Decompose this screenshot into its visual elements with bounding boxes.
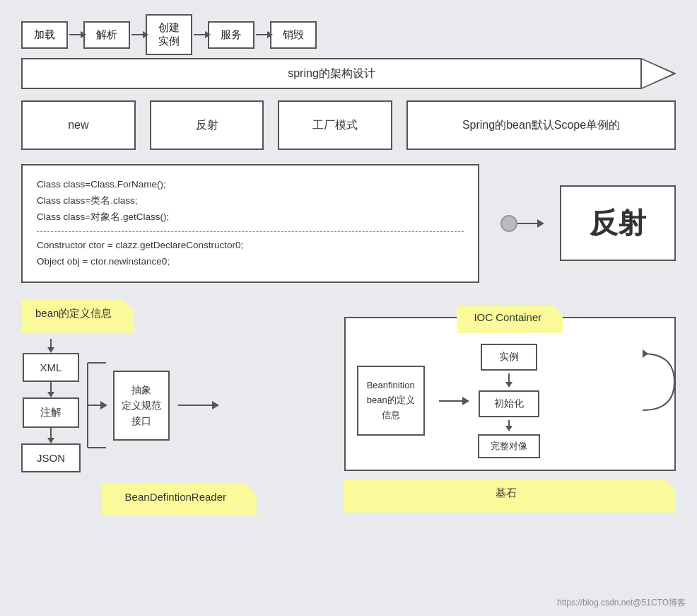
code-box: Class class=Class.ForName(); Class class… [21, 164, 479, 283]
ioc-right-col: 实例 初始化 完 [478, 344, 540, 458]
init-box: 初始化 [479, 390, 539, 417]
v-arrow-inst [505, 382, 512, 388]
code-line2: Class class=类名.class; [37, 193, 464, 209]
ioc-title: IOC Container [474, 311, 541, 323]
abstract-to-ioc-arrow [178, 405, 213, 406]
beanfinition-box: Beanfinition bean的定义 信息 [357, 366, 425, 435]
ioc-container: IOC Container Beanfinition bean的定义 信息 [344, 317, 676, 471]
right-diagram: IOC Container Beanfinition bean的定义 信息 [344, 300, 676, 513]
spring-scope-label: Spring的bean默认Scope单例的 [462, 118, 620, 133]
instance-label: 实例 [499, 351, 519, 362]
v-conn-1 [505, 373, 512, 388]
reader-label: BeanDefintionReader [125, 491, 226, 503]
fangshe-box: 反射 [560, 185, 676, 261]
xml-col: XML 注解 JSON [21, 339, 81, 472]
code-line4: Constructor ctor = clazz.getDeclareConst… [37, 238, 464, 254]
connector-arrow-line [517, 223, 539, 224]
ioc-inner: Beanfinition bean的定义 信息 实例 [357, 344, 663, 458]
step-destroy: 销毁 [270, 21, 317, 49]
json-box: JSON [21, 443, 81, 472]
v-arrow-init [505, 426, 512, 431]
svg-marker-7 [643, 349, 648, 358]
fangshe-label: 反射 [590, 207, 646, 238]
new-box: new [21, 100, 136, 150]
step-create: 创建实例 [146, 14, 192, 55]
arrow-1 [69, 34, 82, 35]
xml-label: XML [40, 361, 62, 373]
beanfinition-line2: bean的定义 [367, 395, 415, 405]
arrow-4 [256, 34, 269, 35]
pipeline-boxes: 加载 解析 创建实例 服务 销毁 [21, 14, 676, 55]
bracket-svg [86, 349, 107, 462]
code-line5: Object obj = ctor.newinstance0; [37, 254, 464, 270]
jichu-note: 基石 [344, 480, 676, 513]
h-arrow-beanf [439, 400, 464, 402]
beanfinition-to-right-arrow [439, 400, 464, 402]
beanfinition-reader-note: BeanDefintionReader [101, 484, 257, 516]
watermark-text: https://blog.csdn.net@51CTO博客 [557, 598, 686, 608]
big-arrow-container: spring的架构设计 [21, 58, 676, 89]
ioc-header-note: IOC Container [457, 306, 563, 333]
v-line-1 [50, 382, 52, 392]
watermark: https://blog.csdn.net@51CTO博客 [557, 597, 686, 609]
reflection-box: 反射 [150, 100, 264, 150]
big-arrow-head [640, 58, 676, 89]
reflection-label: 反射 [196, 118, 218, 133]
reflection-section: Class class=Class.ForName(); Class class… [21, 164, 676, 283]
spring-arch-label: spring的架构设计 [288, 66, 375, 81]
step-service: 服务 [208, 21, 254, 49]
v-arrow-into-xml [47, 347, 54, 353]
svg-marker-1 [642, 59, 673, 88]
v-line-2 [50, 428, 52, 438]
complete-box: 完整对像 [478, 434, 540, 458]
circle-connector [500, 215, 517, 232]
left-diagram: bean的定义信息 XML [21, 300, 323, 516]
main-container: 加载 解析 创建实例 服务 销毁 spring的架构设计 [0, 0, 697, 616]
factory-box: 工厂模式 [278, 100, 392, 150]
xml-box: XML [23, 353, 79, 382]
code-line3: Class class=对象名.getClass(); [37, 209, 464, 226]
complete-label: 完整对像 [491, 441, 527, 451]
beanfinition-line1: Beanfinition [367, 380, 415, 390]
dashed-separator [37, 231, 464, 232]
back-loop-svg [643, 339, 678, 424]
v-line-inst [508, 373, 510, 382]
bottom-section: bean的定义信息 XML [21, 300, 676, 516]
flow-connector: XML 注解 JSON [21, 339, 213, 472]
h-arrow-to-ioc [178, 405, 213, 406]
factory-label: 工厂模式 [312, 118, 358, 133]
init-label: 初始化 [494, 397, 524, 409]
creation-section: new 反射 工厂模式 Spring的bean默认Scope单例的 [21, 100, 676, 150]
step-load: 加载 [21, 21, 68, 49]
beanfinition-line3: 信息 [382, 409, 400, 420]
svg-marker-6 [100, 401, 107, 409]
v-line-top [50, 339, 52, 347]
annotation-box: 注解 [23, 397, 79, 428]
new-label: new [68, 119, 88, 132]
v-arrowdown-1 [47, 392, 54, 397]
v-line-init [508, 420, 510, 426]
down-into-xml [47, 339, 54, 353]
json-label: JSON [37, 452, 65, 464]
arrow-2 [131, 34, 144, 35]
code-line1: Class class=Class.ForName(); [37, 177, 464, 193]
annotation-label: 注解 [40, 406, 62, 418]
spring-scope-box: Spring的bean默认Scope单例的 [406, 100, 676, 150]
pipeline-section: 加载 解析 创建实例 服务 销毁 spring的架构设计 [21, 14, 676, 89]
down-arrow-2 [47, 428, 54, 443]
instance-box: 实例 [481, 344, 537, 371]
v-arrowdown-2 [47, 438, 54, 443]
foundation-label: 基石 [496, 487, 517, 499]
step-parse: 解析 [83, 21, 130, 49]
v-conn-2 [505, 420, 512, 431]
bean-def-note: bean的定义信息 [21, 300, 134, 333]
down-arrow-1 [47, 382, 54, 397]
bean-def-title: bean的定义信息 [35, 307, 112, 319]
abstract-box: 抽象定义规范接口 [113, 371, 170, 441]
arrow-3 [194, 34, 206, 35]
